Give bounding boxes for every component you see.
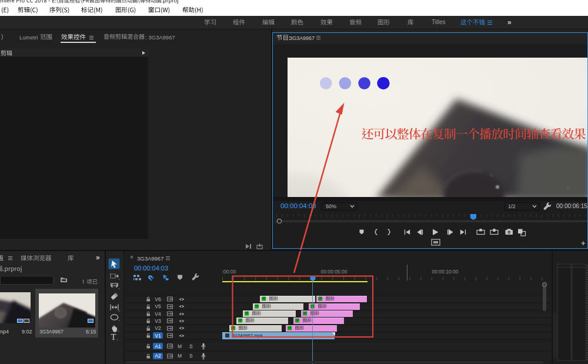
svg-text:T: T	[111, 332, 116, 342]
